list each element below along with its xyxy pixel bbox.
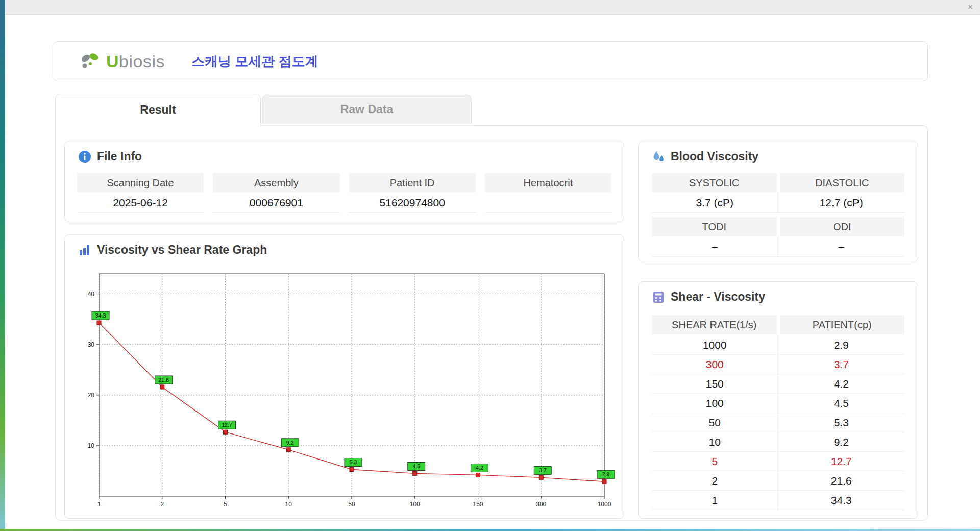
column-header: DIASTOLIC <box>780 173 905 192</box>
shear-rate-cell: 100 <box>652 394 778 413</box>
svg-text:1: 1 <box>97 501 101 508</box>
file-info-value: 2025-06-12 <box>77 192 204 213</box>
file-info-card: File Info Scanning Date2025-06-12Assembl… <box>64 141 624 222</box>
shear-viscosity-title: Shear - Viscosity <box>652 290 765 304</box>
logo-leaves-icon <box>79 51 102 72</box>
file-info-column: Hematocrit <box>485 173 611 213</box>
file-info-column: Scanning Date2025-06-12 <box>77 173 204 213</box>
table-row: 1004.5 <box>652 394 904 413</box>
shear-rate-cell: 300 <box>652 355 778 374</box>
file-info-label: Hematocrit <box>485 173 611 192</box>
svg-text:10: 10 <box>88 442 95 449</box>
svg-text:5: 5 <box>224 501 227 508</box>
svg-text:10: 10 <box>285 501 292 508</box>
shear-viscosity-card: Shear - Viscosity SHEAR RATE(1/s) PATIEN… <box>638 281 918 519</box>
desktop-background-bottom <box>0 529 980 531</box>
svg-text:2: 2 <box>160 501 164 508</box>
column-header: TODI <box>652 217 777 236</box>
shear-viscosity-table: SHEAR RATE(1/s) PATIENT(cp) 10002.93003.… <box>652 315 904 510</box>
patient-cell: 3.7 <box>778 355 905 374</box>
column-header: PATIENT(cp) <box>780 315 905 334</box>
svg-text:2.9: 2.9 <box>602 471 610 477</box>
blood-viscosity-title: Blood Viscosity <box>652 150 758 163</box>
shear-viscosity-title-text: Shear - Viscosity <box>671 290 765 304</box>
svg-text:20: 20 <box>88 392 95 399</box>
logo-text: Ubiosis <box>106 52 165 71</box>
patient-cell: 12.7 <box>778 452 905 471</box>
graph-title: Viscosity vs Shear Rate Graph <box>78 243 267 257</box>
file-info-label: Scanning Date <box>77 173 204 192</box>
table-row: 1504.2 <box>652 374 904 394</box>
blood-viscosity-card: Blood Viscosity SYSTOLIC DIASTOLIC 3.7 (… <box>638 141 918 262</box>
svg-text:3.7: 3.7 <box>539 467 547 473</box>
column-header: ODI <box>780 217 905 236</box>
shear-rate-cell: 5 <box>652 452 778 471</box>
column-header: SHEAR RATE(1/s) <box>652 315 777 334</box>
shear-rate-cell: 1 <box>652 491 778 510</box>
svg-text:100: 100 <box>410 501 420 508</box>
diastolic-value: 12.7 (cP) <box>778 192 905 213</box>
viscosity-chart: 102030401251050100150300100034.321.612.7… <box>75 263 616 516</box>
file-info-column: Patient ID51620974800 <box>349 173 476 213</box>
patient-cell: 4.5 <box>778 394 905 413</box>
water-drops-icon <box>652 150 665 163</box>
bar-chart-icon <box>78 244 91 257</box>
table-row: 505.3 <box>652 413 904 432</box>
file-info-title: File Info <box>78 150 142 163</box>
desktop-background-strip <box>0 0 5 531</box>
patient-cell: 4.2 <box>778 374 905 394</box>
close-icon[interactable]: × <box>968 2 973 12</box>
svg-text:50: 50 <box>348 501 355 508</box>
svg-text:1000: 1000 <box>598 501 611 508</box>
file-info-value <box>485 192 611 213</box>
shear-rate-cell: 150 <box>652 374 778 394</box>
table-row: 134.3 <box>652 491 904 510</box>
shear-rate-cell: 2 <box>652 471 778 491</box>
patient-cell: 5.3 <box>778 413 905 432</box>
file-info-fields: Scanning Date2025-06-12Assembly000676901… <box>77 173 611 213</box>
blood-viscosity-table: SYSTOLIC DIASTOLIC 3.7 (cP) 12.7 (cP) TO… <box>652 173 904 257</box>
todi-value: – <box>652 236 778 257</box>
table-row: 10002.9 <box>652 335 904 355</box>
systolic-value: 3.7 (cP) <box>652 192 778 213</box>
graph-title-text: Viscosity vs Shear Rate Graph <box>97 243 267 257</box>
svg-text:150: 150 <box>473 501 483 508</box>
shear-rate-cell: 10 <box>652 432 778 452</box>
patient-cell: 2.9 <box>778 335 905 355</box>
svg-text:30: 30 <box>88 341 95 348</box>
header-card: Ubiosis 스캐닝 모세관 점도계 <box>53 41 928 81</box>
svg-text:5.3: 5.3 <box>350 459 357 465</box>
ubiosis-logo: Ubiosis <box>79 51 165 72</box>
svg-text:12.7: 12.7 <box>222 422 232 428</box>
svg-text:40: 40 <box>88 291 95 298</box>
file-info-title-text: File Info <box>97 150 142 163</box>
table-row: 512.7 <box>652 452 904 471</box>
patient-cell: 34.3 <box>778 491 905 510</box>
svg-text:4.5: 4.5 <box>412 463 420 469</box>
svg-text:4.2: 4.2 <box>476 465 483 471</box>
patient-cell: 21.6 <box>778 471 905 491</box>
patient-cell: 9.2 <box>778 432 905 452</box>
shear-rate-cell: 1000 <box>652 335 778 355</box>
odi-value: – <box>778 236 905 257</box>
table-row: 221.6 <box>652 471 904 491</box>
table-row: 109.2 <box>652 432 904 452</box>
svg-text:21.6: 21.6 <box>159 377 169 383</box>
tab-raw-data[interactable]: Raw Data <box>262 95 472 124</box>
page-title: 스캐닝 모세관 점도계 <box>191 53 318 70</box>
file-info-label: Assembly <box>213 173 339 192</box>
shear-rate-cell: 50 <box>652 413 778 432</box>
logo-rest: biosis <box>119 52 165 71</box>
file-info-value: 000676901 <box>213 192 339 213</box>
tab-result[interactable]: Result <box>55 94 261 126</box>
shear-viscosity-rows: 10002.93003.71504.21004.5505.3109.2512.7… <box>652 335 904 510</box>
table-calculator-icon <box>652 291 665 304</box>
logo-u: U <box>106 52 119 71</box>
file-info-label: Patient ID <box>349 173 476 192</box>
file-info-value: 51620974800 <box>349 192 476 213</box>
graph-card: Viscosity vs Shear Rate Graph 1020304012… <box>64 234 624 519</box>
column-header: SYSTOLIC <box>652 173 777 192</box>
svg-text:9.2: 9.2 <box>286 440 294 446</box>
info-icon <box>78 150 91 163</box>
blood-viscosity-title-text: Blood Viscosity <box>671 150 758 163</box>
